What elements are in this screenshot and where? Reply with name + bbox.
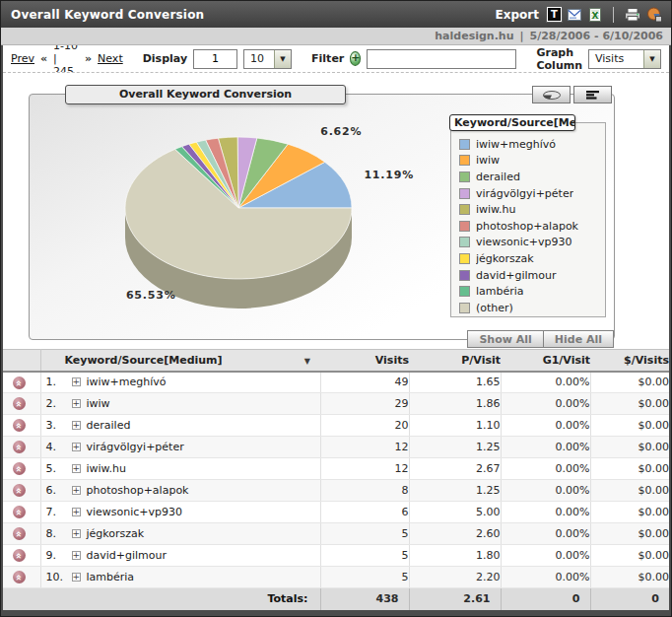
keyword-text[interactable]: iwiw.hu: [87, 462, 127, 475]
expand-icon[interactable]: +: [72, 508, 81, 516]
filter-input[interactable]: [367, 49, 516, 69]
keyword-text[interactable]: derailed: [87, 419, 131, 432]
expand-icon[interactable]: +: [72, 551, 81, 560]
rank-cell: »: [3, 502, 40, 523]
page-number-input[interactable]: [193, 49, 237, 69]
dollarvisits-column-header[interactable]: $/Visits: [590, 350, 669, 372]
expand-icon[interactable]: +: [72, 573, 81, 582]
rank-up-icon[interactable]: »: [13, 549, 26, 562]
rank-up-icon[interactable]: »: [13, 419, 26, 432]
page-back-icon[interactable]: «: [40, 52, 47, 65]
keyword-cell: 10.+lambéria: [40, 567, 320, 588]
keyword-cell: 2.+iwiw: [40, 393, 320, 415]
legend-item[interactable]: derailed: [459, 169, 599, 185]
rank-up-icon[interactable]: »: [13, 462, 26, 475]
pvisit-cell: 1.25: [409, 480, 501, 502]
keyword-cell: 8.+jégkorszak: [40, 523, 320, 545]
legend-item[interactable]: iwiw: [459, 153, 599, 170]
svg-text:X: X: [592, 10, 599, 20]
visits-column-header[interactable]: Visits: [320, 350, 409, 372]
rank-up-icon[interactable]: »: [13, 377, 26, 389]
keyword-text[interactable]: jégkorszak: [87, 527, 145, 540]
g1visit-column-header[interactable]: G1/Visit: [501, 350, 590, 372]
legend-item[interactable]: virágvölgyi+péter: [459, 185, 599, 202]
chart-section: Overall Keyword Conversion 11.19%6.62%65…: [3, 72, 669, 349]
graph-column-label: Graph Column: [536, 46, 582, 72]
legend-item[interactable]: lambéria: [459, 283, 599, 300]
keyword-text[interactable]: lambéria: [87, 571, 135, 583]
pvisit-cell: 1.25: [409, 437, 501, 458]
legend-item[interactable]: david+gilmour: [459, 267, 599, 284]
g1visit-cell: 0.00%: [501, 545, 590, 567]
rank-cell: »: [3, 393, 40, 415]
pie-percent-label: 65.53%: [126, 289, 176, 302]
legend-swatch: [459, 171, 470, 182]
print-icon[interactable]: [624, 7, 641, 23]
legend-item[interactable]: (other): [459, 300, 599, 316]
hide-all-button[interactable]: Hide All: [544, 330, 614, 348]
rank-up-icon[interactable]: »: [13, 571, 26, 583]
visits-cell: 5: [320, 545, 409, 567]
expand-icon[interactable]: +: [72, 486, 81, 495]
text-export-icon[interactable]: T: [547, 7, 562, 22]
next-link[interactable]: Next: [98, 52, 123, 65]
pvisit-column-header[interactable]: P/Visit: [409, 350, 501, 372]
expand-icon[interactable]: +: [72, 529, 81, 538]
keyword-text[interactable]: viewsonic+vp930: [87, 506, 183, 518]
prev-link[interactable]: Prev: [11, 52, 34, 65]
chevron-down-icon[interactable]: ▼: [643, 50, 660, 68]
email-export-icon[interactable]: [567, 7, 582, 23]
bar-chart-view-button[interactable]: [573, 86, 612, 103]
keyword-text[interactable]: david+gilmour: [87, 549, 168, 562]
keyword-cell: 9.+david+gilmour: [40, 545, 320, 567]
expand-icon[interactable]: +: [72, 377, 81, 386]
show-all-button[interactable]: Show All: [467, 330, 543, 348]
legend-item[interactable]: jégkorszak: [459, 250, 599, 267]
expand-icon[interactable]: +: [72, 443, 81, 451]
rank-up-icon[interactable]: »: [13, 441, 26, 453]
graph-column-select[interactable]: Visits ▼: [588, 49, 661, 69]
pvisit-cell: 1.80: [409, 545, 501, 567]
site-name: haldesign.hu: [435, 30, 513, 42]
legend-item[interactable]: iwiw.hu: [459, 201, 599, 218]
pie-chart-view-button[interactable]: [532, 86, 571, 103]
legend-item[interactable]: photoshop+alapok: [459, 218, 599, 235]
content-frame: Prev « 1-10 | 245 » Next Display 10 ▼ Fi…: [1, 45, 671, 616]
expand-icon[interactable]: +: [72, 421, 81, 430]
page-size-select[interactable]: 10 ▼: [243, 49, 292, 69]
keyword-cell: 3.+derailed: [40, 415, 320, 437]
add-filter-icon[interactable]: +: [350, 51, 361, 66]
excel-export-icon[interactable]: X: [587, 7, 603, 23]
keyword-column-header[interactable]: ▼ Keyword/Source[Medium]: [40, 350, 320, 372]
visits-cell: 8: [320, 480, 409, 502]
graph-column-value: Visits: [589, 50, 643, 68]
title-bar: Overall Keyword Conversion Export T X: [1, 1, 671, 28]
legend-swatch: [459, 270, 470, 281]
rank-up-icon[interactable]: »: [13, 506, 26, 518]
row-number: 10.: [46, 571, 72, 583]
expand-icon[interactable]: +: [72, 399, 81, 408]
legend-item[interactable]: viewsonic+vp930: [459, 235, 599, 251]
rank-up-icon[interactable]: »: [13, 527, 26, 540]
expand-icon[interactable]: +: [72, 464, 81, 473]
page-forward-icon[interactable]: »: [85, 52, 92, 65]
pie-chart: 11.19%6.62%65.53%: [41, 115, 465, 336]
rank-cell: »: [3, 480, 40, 502]
date-range: 5/28/2006 - 6/10/2006: [530, 30, 663, 42]
keyword-text[interactable]: photoshop+alapok: [87, 484, 189, 497]
rank-up-icon[interactable]: »: [13, 397, 26, 410]
keyword-text[interactable]: virágvölgyi+péter: [87, 441, 184, 453]
report-chart-icon[interactable]: [646, 7, 663, 23]
legend-actions: Show All Hide All: [467, 330, 614, 348]
row-number: 3.: [46, 419, 72, 432]
keyword-text[interactable]: iwiw+meghívó: [87, 376, 167, 388]
chevron-down-icon[interactable]: ▼: [274, 50, 291, 68]
keyword-text[interactable]: iwiw: [87, 397, 110, 410]
legend-item[interactable]: iwiw+meghívó: [459, 136, 599, 153]
table-row: »1.+iwiw+meghívó491.650.00%$0.00: [3, 372, 669, 393]
table-row: »7.+viewsonic+vp93065.000.00%$0.00: [3, 502, 669, 523]
rank-up-icon[interactable]: »: [13, 484, 26, 497]
table-row: »10.+lambéria52.200.00%$0.00: [3, 567, 669, 588]
sort-descending-icon[interactable]: ▼: [304, 357, 310, 366]
row-number: 9.: [46, 549, 72, 562]
